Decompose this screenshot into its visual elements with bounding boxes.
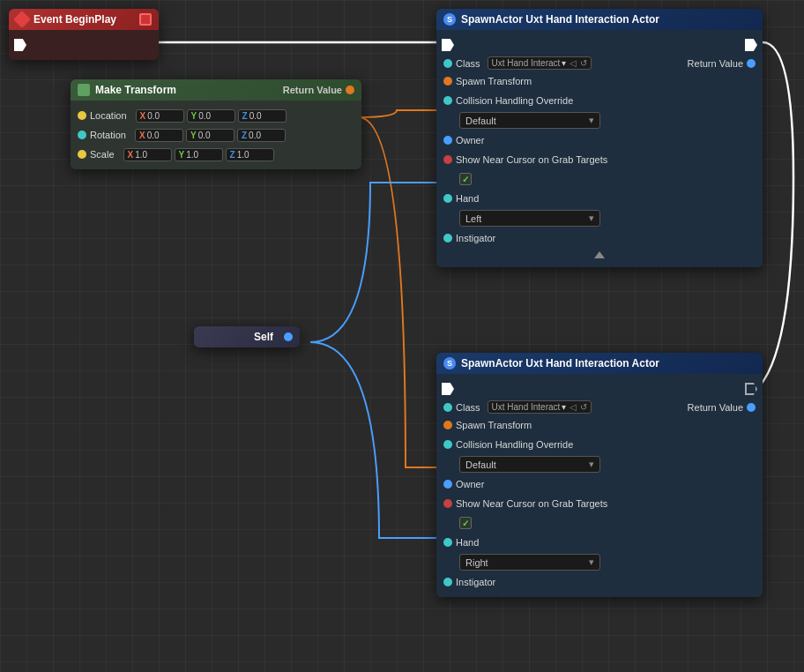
spawn-1-hand-label: Hand — [456, 193, 479, 204]
spawn-2-exec-in — [442, 383, 454, 395]
event-close-icon[interactable] — [139, 13, 152, 26]
spawn-1-hand-pin — [443, 194, 452, 203]
return-value-label: Return Value — [283, 85, 342, 95]
spawn-2-collision-dropdown-row: Default ▾ — [436, 454, 763, 474]
location-z-field[interactable]: Z 0.0 — [238, 109, 287, 123]
spawn-actor-1-header: S SpawnActor Uxt Hand Interaction Actor — [436, 9, 763, 30]
self-out-pin — [284, 332, 293, 341]
location-y-val: 0.0 — [198, 111, 211, 121]
spawn-1-transform-label: Spawn Transform — [456, 76, 532, 86]
scale-label: Scale — [90, 149, 115, 160]
spawn-1-owner-pin — [443, 136, 452, 145]
spawn-2-transform-pin — [443, 421, 452, 429]
spawn-1-hand-value: Left — [465, 213, 481, 224]
spawn-1-section-expand[interactable] — [436, 248, 763, 262]
x-label-scale: X — [128, 150, 134, 160]
spawn-actor-2-icon: S — [443, 357, 456, 370]
class-edit-icon[interactable]: ◁ — [570, 58, 577, 68]
y-label-scale: Y — [179, 150, 185, 160]
spawn-2-cursor-row: Show Near Cursor on Grab Targets — [436, 494, 763, 513]
scale-z-val: 1.0 — [237, 150, 249, 160]
return-value-pin — [346, 86, 354, 94]
spawn-1-class-label: Class — [456, 58, 480, 69]
rotation-row: Rotation X 0.0 Y 0.0 Z 0.0 — [71, 125, 361, 145]
spawn-2-class-value: Uxt Hand Interact — [492, 402, 561, 412]
scale-xyz: X 1.0 Y 1.0 Z 1.0 — [123, 148, 274, 161]
section-arrow-1 — [594, 251, 605, 258]
class-dropdown-icon-2: ▾ — [562, 402, 566, 412]
scale-y-field[interactable]: Y 1.0 — [175, 148, 223, 161]
spawn-1-return-label: Return Value — [688, 58, 743, 69]
class-reset-icon[interactable]: ↺ — [580, 58, 587, 68]
spawn-1-cursor-checkbox[interactable]: ✓ — [459, 173, 472, 185]
event-exec-row — [9, 35, 159, 55]
spawn-1-exec-out — [745, 39, 757, 51]
scale-row: Scale X 1.0 Y 1.0 Z 1.0 — [71, 145, 361, 164]
spawn-2-class-label: Class — [456, 402, 480, 413]
spawn-1-collision-dropdown[interactable]: Default ▾ — [459, 112, 600, 129]
spawn-2-return-label: Return Value — [688, 402, 743, 413]
spawn-2-collision-row: Collision Handling Override — [436, 435, 763, 454]
spawn-2-hand-value: Right — [465, 557, 488, 568]
spawn-1-collision-dropdown-row: Default ▾ — [436, 110, 763, 131]
spawn-actor-1-icon: S — [443, 13, 456, 26]
scale-y-val: 1.0 — [186, 150, 198, 160]
rotation-z-val: 0.0 — [249, 131, 261, 140]
class-dropdown-icon: ▾ — [562, 58, 566, 68]
make-transform-body: Location X 0.0 Y 0.0 Z 0.0 Rotation — [71, 101, 361, 169]
location-y-field[interactable]: Y 0.0 — [187, 109, 235, 123]
self-label: Self — [254, 331, 273, 343]
hand-dropdown-arrow-1: ▾ — [589, 213, 594, 224]
rotation-y-val: 0.0 — [198, 131, 211, 140]
checkmark-1: ✓ — [462, 175, 469, 184]
spawn-2-hand-label: Hand — [456, 537, 479, 548]
spawn-1-class-row: Class Uxt Hand Interact ▾ ◁ ↺ Return Val… — [436, 55, 763, 71]
spawn-actor-2-node: S SpawnActor Uxt Hand Interaction Actor … — [436, 353, 763, 597]
spawn-1-hand-dropdown-row: Left ▾ — [436, 208, 763, 228]
class-edit-icon-2[interactable]: ◁ — [570, 402, 577, 412]
spawn-2-transform-label: Spawn Transform — [456, 420, 532, 430]
x-label-rot: X — [139, 131, 145, 140]
spawn-2-cursor-checkbox[interactable]: ✓ — [459, 517, 472, 529]
spawn-1-owner-label: Owner — [456, 135, 484, 146]
spawn-2-owner-label: Owner — [456, 479, 484, 489]
location-in-pin — [78, 111, 86, 120]
spawn-1-collision-label: Collision Handling Override — [456, 95, 573, 106]
spawn-2-class-row: Class Uxt Hand Interact ▾ ◁ ↺ Return Val… — [436, 399, 763, 415]
spawn-2-class-field[interactable]: Uxt Hand Interact ▾ ◁ ↺ — [488, 400, 592, 414]
spawn-2-exec-out — [745, 383, 757, 395]
spawn-2-hand-pin — [443, 538, 452, 547]
spawn-2-owner-row: Owner — [436, 474, 763, 494]
spawn-2-instigator-pin — [443, 578, 452, 586]
spawn-1-class-in-pin — [443, 59, 452, 68]
spawn-actor-1-title: SpawnActor Uxt Hand Interaction Actor — [461, 13, 659, 26]
spawn-2-collision-dropdown[interactable]: Default ▾ — [459, 456, 600, 473]
rotation-z-field[interactable]: Z 0.0 — [237, 129, 286, 142]
spawn-1-cursor-pin — [443, 155, 452, 164]
spawn-1-collision-value: Default — [465, 116, 496, 126]
spawn-1-cursor-row: Show Near Cursor on Grab Targets — [436, 150, 763, 169]
spawn-1-hand-dropdown[interactable]: Left ▾ — [459, 210, 600, 227]
spawn-2-hand-row: Hand — [436, 533, 763, 552]
spawn-2-cursor-label: Show Near Cursor on Grab Targets — [456, 498, 607, 509]
spawn-2-collision-label: Collision Handling Override — [456, 439, 573, 450]
location-x-field[interactable]: X 0.0 — [136, 109, 184, 123]
scale-z-field[interactable]: Z 1.0 — [226, 148, 274, 161]
self-node: Self — [194, 326, 300, 347]
spawn-1-exec-row — [436, 35, 763, 55]
event-begin-play-header: Event BeginPlay — [9, 9, 159, 30]
rotation-x-field[interactable]: X 0.0 — [135, 129, 183, 142]
spawn-2-instigator-row: Instigator — [436, 572, 763, 592]
spawn-1-class-field[interactable]: Uxt Hand Interact ▾ ◁ ↺ — [488, 56, 592, 70]
self-header: Self — [194, 326, 300, 347]
make-transform-icon — [78, 84, 90, 96]
spawn-1-instigator-pin — [443, 234, 452, 243]
rotation-y-field[interactable]: Y 0.0 — [186, 129, 234, 142]
spawn-actor-2-header: S SpawnActor Uxt Hand Interaction Actor — [436, 353, 763, 374]
spawn-2-owner-pin — [443, 480, 452, 489]
spawn-2-hand-dropdown[interactable]: Right ▾ — [459, 554, 600, 571]
scale-x-field[interactable]: X 1.0 — [123, 148, 172, 161]
spawn-1-cursor-label: Show Near Cursor on Grab Targets — [456, 154, 607, 165]
spawn-1-exec-in — [442, 39, 454, 51]
class-reset-icon-2[interactable]: ↺ — [580, 402, 587, 412]
